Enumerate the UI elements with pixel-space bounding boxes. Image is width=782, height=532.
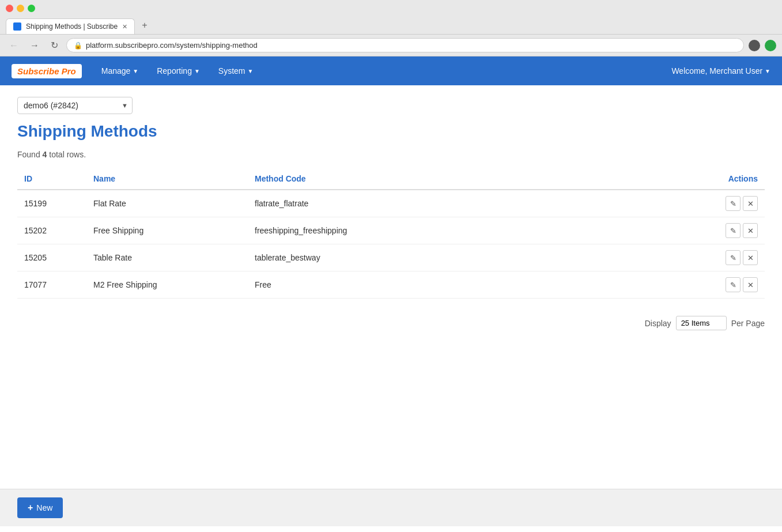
main-content: demo6 (#2842) ▼ Shipping Methods Found 4… xyxy=(0,85,782,489)
extension-icons xyxy=(749,40,776,51)
per-page-select[interactable]: 25 Items 10 Items 50 Items 100 Items xyxy=(676,316,727,330)
browser-traffic-lights xyxy=(6,5,776,12)
table-row: 17077 M2 Free Shipping Free ✎ ✕ xyxy=(17,271,765,299)
cell-id: 15205 xyxy=(17,244,86,271)
store-selector[interactable]: demo6 (#2842) xyxy=(17,97,133,114)
delete-button[interactable]: ✕ xyxy=(743,223,758,238)
nav-manage[interactable]: Manage ▼ xyxy=(93,62,147,80)
minimize-dot[interactable] xyxy=(17,5,24,12)
cell-name: Table Rate xyxy=(86,244,248,271)
browser-chrome: Shipping Methods | Subscribe ✕ + xyxy=(0,0,782,35)
active-tab[interactable]: Shipping Methods | Subscribe ✕ xyxy=(6,18,135,34)
footer: Documentation | Privacy | Terms Copyrigh… xyxy=(0,526,782,532)
url-text: platform.subscribepro.com/system/shippin… xyxy=(86,41,258,50)
delete-button[interactable]: ✕ xyxy=(743,277,758,292)
edit-button[interactable]: ✎ xyxy=(726,250,741,265)
tab-title: Shipping Methods | Subscribe xyxy=(26,22,118,31)
close-dot[interactable] xyxy=(6,5,13,12)
display-label: Display xyxy=(645,319,671,328)
new-button[interactable]: + New xyxy=(17,497,63,518)
table-header: ID Name Method Code Actions xyxy=(17,168,765,190)
found-suffix: total rows. xyxy=(47,150,86,159)
cell-id: 17077 xyxy=(17,271,86,299)
action-buttons: ✎ ✕ xyxy=(702,250,758,265)
pagination-row: Display 25 Items 10 Items 50 Items 100 I… xyxy=(17,310,765,342)
ext-icon-2[interactable] xyxy=(765,40,776,51)
browser-tabs: Shipping Methods | Subscribe ✕ + xyxy=(6,17,776,34)
navbar: Subscribe Pro Manage ▼ Reporting ▼ Syste… xyxy=(0,56,782,85)
reload-button[interactable]: ↻ xyxy=(47,39,62,52)
cell-method-code: flatrate_flatrate xyxy=(248,190,696,217)
cell-name: Flat Rate xyxy=(86,190,248,217)
col-header-id: ID xyxy=(17,168,86,190)
user-label: Welcome, Merchant User xyxy=(671,66,762,76)
found-rows-text: Found 4 total rows. xyxy=(17,150,765,159)
reporting-label: Reporting xyxy=(157,66,192,76)
cell-actions: ✎ ✕ xyxy=(696,244,765,271)
col-header-method-code: Method Code xyxy=(248,168,696,190)
navbar-menu: Manage ▼ Reporting ▼ System ▼ xyxy=(93,62,672,80)
edit-button[interactable]: ✎ xyxy=(726,196,741,211)
edit-button[interactable]: ✎ xyxy=(726,223,741,238)
edit-button[interactable]: ✎ xyxy=(726,277,741,292)
manage-label: Manage xyxy=(101,66,131,76)
cell-method-code: freeshipping_freeshipping xyxy=(248,217,696,244)
delete-button[interactable]: ✕ xyxy=(743,250,758,265)
reporting-caret: ▼ xyxy=(194,68,200,74)
nav-system[interactable]: System ▼ xyxy=(210,62,262,80)
cell-actions: ✎ ✕ xyxy=(696,190,765,217)
cell-id: 15199 xyxy=(17,190,86,217)
page-title: Shipping Methods xyxy=(17,122,765,141)
cell-actions: ✎ ✕ xyxy=(696,217,765,244)
delete-button[interactable]: ✕ xyxy=(743,196,758,211)
app-wrapper: Subscribe Pro Manage ▼ Reporting ▼ Syste… xyxy=(0,56,782,532)
nav-reporting[interactable]: Reporting ▼ xyxy=(149,62,208,80)
action-buttons: ✎ ✕ xyxy=(702,277,758,292)
col-header-actions: Actions xyxy=(696,168,765,190)
action-buttons: ✎ ✕ xyxy=(702,196,758,211)
cell-name: Free Shipping xyxy=(86,217,248,244)
table-row: 15199 Flat Rate flatrate_flatrate ✎ ✕ xyxy=(17,190,765,217)
shipping-methods-table: ID Name Method Code Actions 15199 Flat R… xyxy=(17,168,765,299)
system-label: System xyxy=(218,66,245,76)
tab-favicon xyxy=(13,22,21,31)
table-header-row: ID Name Method Code Actions xyxy=(17,168,765,190)
cell-id: 15202 xyxy=(17,217,86,244)
cell-name: M2 Free Shipping xyxy=(86,271,248,299)
per-page-label: Per Page xyxy=(731,319,765,328)
cell-method-code: tablerate_bestway xyxy=(248,244,696,271)
plus-icon: + xyxy=(28,503,33,513)
bottom-bar: + New xyxy=(0,489,782,526)
store-selector-wrapper: demo6 (#2842) ▼ xyxy=(17,97,133,114)
forward-button[interactable]: → xyxy=(27,39,43,52)
system-caret: ▼ xyxy=(248,68,254,74)
table-row: 15205 Table Rate tablerate_bestway ✎ ✕ xyxy=(17,244,765,271)
url-bar[interactable]: 🔒 platform.subscribepro.com/system/shipp… xyxy=(66,38,744,52)
back-button[interactable]: ← xyxy=(6,39,22,52)
lock-icon: 🔒 xyxy=(74,41,82,50)
new-label: New xyxy=(36,503,52,512)
action-buttons: ✎ ✕ xyxy=(702,223,758,238)
table-row: 15202 Free Shipping freeshipping_freeshi… xyxy=(17,217,765,244)
new-tab-button[interactable]: + xyxy=(136,17,153,34)
cell-method-code: Free xyxy=(248,271,696,299)
manage-caret: ▼ xyxy=(133,68,138,74)
address-bar: ← → ↻ 🔒 platform.subscribepro.com/system… xyxy=(0,35,782,56)
col-header-name: Name xyxy=(86,168,248,190)
brand-logo[interactable]: Subscribe Pro xyxy=(12,64,82,78)
found-prefix: Found xyxy=(17,150,43,159)
navbar-user[interactable]: Welcome, Merchant User ▼ xyxy=(671,66,770,76)
ext-icon-1[interactable] xyxy=(749,40,760,51)
cell-actions: ✎ ✕ xyxy=(696,271,765,299)
fullscreen-dot[interactable] xyxy=(28,5,35,12)
tab-close-icon[interactable]: ✕ xyxy=(122,23,127,31)
user-caret: ▼ xyxy=(765,68,770,74)
brand-text: Subscribe Pro xyxy=(17,66,76,76)
table-body: 15199 Flat Rate flatrate_flatrate ✎ ✕ 15… xyxy=(17,190,765,299)
